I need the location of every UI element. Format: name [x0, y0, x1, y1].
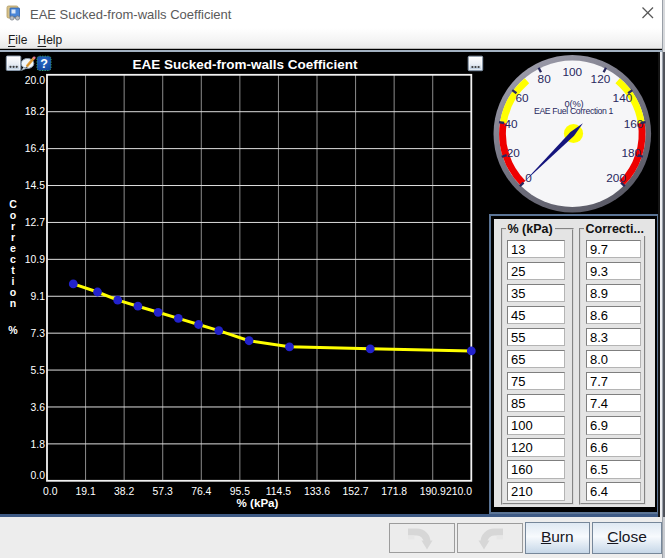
svg-text:140: 140: [613, 91, 633, 105]
svg-text:100: 100: [562, 65, 582, 79]
svg-text:190.9: 190.9: [420, 486, 446, 497]
svg-text:1.8: 1.8: [31, 439, 46, 450]
svg-text:0.0: 0.0: [43, 486, 58, 497]
svg-text:38.2: 38.2: [114, 486, 134, 497]
svg-text:% (kPa): % (kPa): [237, 496, 279, 509]
svg-text:14.5: 14.5: [25, 180, 45, 191]
svg-text:EAE Sucked-from-walls Coeffici: EAE Sucked-from-walls Coefficient: [132, 57, 358, 72]
svg-text:152.7: 152.7: [343, 486, 369, 497]
svg-text:3.6: 3.6: [31, 402, 46, 413]
svg-text:7.3: 7.3: [31, 328, 46, 339]
svg-text:20.0: 20.0: [25, 75, 45, 86]
svg-text:10.9: 10.9: [25, 254, 45, 265]
svg-text:EAE Fuel Correction 1: EAE Fuel Correction 1: [534, 106, 614, 116]
svg-text:?: ?: [40, 57, 48, 71]
svg-text:19.1: 19.1: [75, 486, 95, 497]
svg-text:12.7: 12.7: [25, 217, 45, 228]
svg-text:76.4: 76.4: [191, 486, 211, 497]
svg-text:57.3: 57.3: [153, 486, 173, 497]
svg-text:95.5: 95.5: [230, 486, 250, 497]
svg-text:180: 180: [621, 146, 641, 160]
svg-text:16.4: 16.4: [25, 143, 45, 154]
svg-text:20: 20: [507, 146, 521, 160]
svg-text:210.0: 210.0: [446, 486, 472, 497]
svg-text:18.2: 18.2: [25, 106, 45, 117]
svg-text:40: 40: [504, 117, 518, 131]
svg-text:5.5: 5.5: [31, 365, 46, 376]
svg-text:60: 60: [516, 91, 530, 105]
svg-text:200: 200: [606, 171, 626, 185]
svg-text:133.6: 133.6: [304, 486, 330, 497]
svg-text:114.5: 114.5: [266, 486, 291, 497]
svg-text:%: %: [8, 324, 18, 336]
svg-text:120: 120: [591, 72, 611, 86]
svg-text:80: 80: [538, 72, 552, 86]
svg-text:171.8: 171.8: [381, 486, 407, 497]
svg-text:n: n: [10, 297, 16, 309]
svg-text:9.1: 9.1: [31, 291, 46, 302]
svg-text:0: 0: [525, 171, 532, 185]
svg-text:0.0: 0.0: [31, 470, 46, 481]
svg-text:160: 160: [624, 117, 644, 131]
